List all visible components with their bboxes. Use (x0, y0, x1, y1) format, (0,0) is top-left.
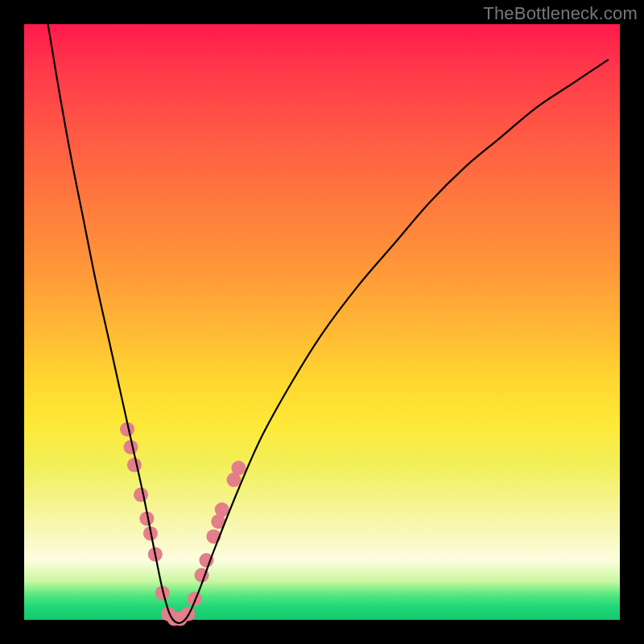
sample-marker (215, 502, 229, 517)
sample-marker (181, 607, 196, 621)
chart-frame: TheBottleneck.com (0, 0, 644, 644)
sample-marker (231, 460, 246, 475)
watermark-text: TheBottleneck.com (483, 3, 638, 24)
plot-area (24, 24, 620, 620)
bottleneck-curve (48, 24, 609, 623)
curve-svg (24, 24, 620, 620)
sample-marker (134, 488, 148, 502)
sample-marker (127, 458, 142, 473)
marker-layer (120, 422, 246, 625)
